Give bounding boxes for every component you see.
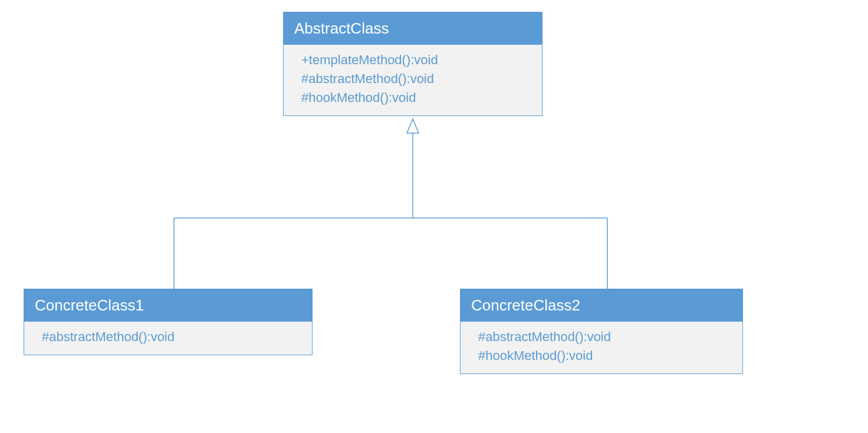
class-abstract-header: AbstractClass <box>284 12 542 45</box>
class-abstract-method: #abstractMethod():void <box>301 70 531 88</box>
class-concrete1-method: #abstractMethod():void <box>42 328 301 346</box>
generalization-arrowhead-icon <box>407 119 419 133</box>
class-concrete1-body: #abstractMethod():void <box>24 322 312 355</box>
class-abstract-method: +templateMethod():void <box>301 51 531 70</box>
class-concrete1: ConcreteClass1 #abstractMethod():void <box>24 289 313 355</box>
class-abstract: AbstractClass +templateMethod():void #ab… <box>283 12 542 116</box>
class-concrete2-method: #hookMethod():void <box>478 346 732 365</box>
class-concrete2-method: #abstractMethod():void <box>478 328 732 346</box>
class-abstract-body: +templateMethod():void #abstractMethod()… <box>284 45 542 115</box>
class-concrete2-body: #abstractMethod():void #hookMethod():voi… <box>461 322 742 373</box>
class-concrete2-header: ConcreteClass2 <box>461 289 742 322</box>
class-concrete2: ConcreteClass2 #abstractMethod():void #h… <box>460 289 743 374</box>
class-concrete1-header: ConcreteClass1 <box>24 289 312 322</box>
class-abstract-method: #hookMethod():void <box>301 88 531 107</box>
